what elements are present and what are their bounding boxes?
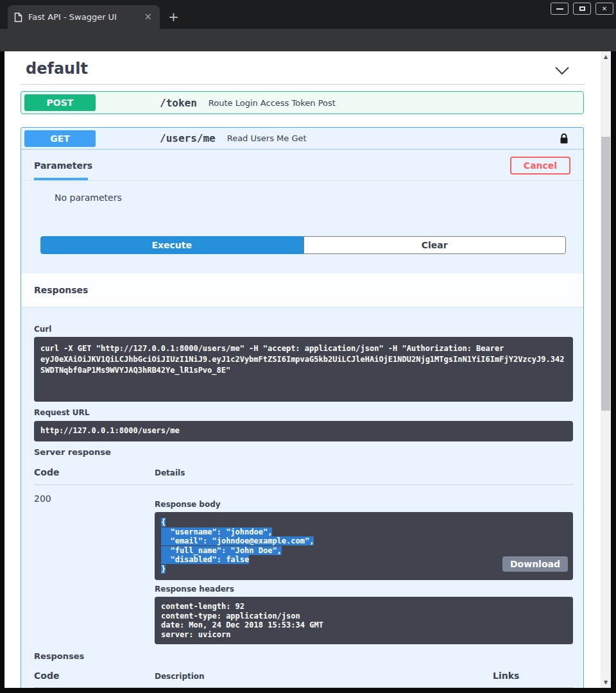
clear-button[interactable]: Clear: [304, 236, 567, 254]
responses-title: Responses: [34, 285, 88, 295]
execute-button[interactable]: Execute: [40, 236, 304, 254]
execute-wrapper: Execute Clear: [40, 236, 566, 254]
description-column-header: Description: [155, 672, 205, 681]
opblock-post-token: POST /token Route Login Access Token Pos…: [21, 91, 584, 114]
tab-title: Fast API - Swagger UI: [28, 12, 142, 22]
endpoint-summary: Route Login Access Token Post: [209, 98, 336, 108]
code-column-header: Code: [34, 467, 59, 477]
window-close-icon[interactable]: ✕: [595, 3, 613, 15]
endpoint-path: /token: [160, 97, 197, 109]
browser-tab[interactable]: Fast API - Swagger UI ×: [8, 5, 160, 29]
response-body-block: { "username": "johndoe", "email": "johnd…: [155, 512, 573, 580]
request-url-label: Request URL: [34, 408, 89, 417]
table-divider: [34, 687, 573, 688]
response-headers-label: Response headers: [155, 585, 234, 594]
scrollbar-thumb[interactable]: [601, 137, 610, 411]
cancel-button[interactable]: Cancel: [510, 157, 570, 175]
tab-parameters[interactable]: Parameters: [34, 150, 92, 180]
browser-toolbar: ← → ↻ 127.0.0.1:8000/docs ☆ ⋮: [0, 29, 616, 51]
links-column-header: Links: [493, 671, 519, 681]
swagger-page: default POST /token Route Login Access T…: [4, 51, 611, 688]
opblock-get-users-me: GET /users/me Read Users Me Get Paramete…: [21, 127, 584, 688]
doc-responses-title: Responses: [34, 651, 84, 661]
page-scrollbar[interactable]: ▲ ▼: [601, 51, 611, 688]
code-column-header: Code: [34, 671, 59, 681]
new-tab-icon[interactable]: +: [168, 9, 179, 24]
download-button[interactable]: Download: [502, 556, 568, 572]
browser-chrome: Fast API - Swagger UI × + ✕ ← → ↻ 127.0.…: [0, 0, 616, 51]
get-users-me-summary[interactable]: GET /users/me Read Users Me Get: [21, 128, 583, 150]
method-badge-post: POST: [24, 94, 96, 111]
table-divider: [34, 484, 573, 485]
status-code: 200: [34, 493, 51, 504]
details-column-header: Details: [155, 468, 185, 477]
curl-command: curl -X GET "http://127.0.0.1:8000/users…: [34, 337, 573, 402]
response-body-label: Response body: [155, 500, 221, 509]
scroll-down-icon[interactable]: ▼: [601, 680, 611, 685]
parameters-tab-header: Parameters Cancel: [21, 150, 583, 181]
section-title: default: [26, 60, 88, 78]
endpoint-summary: Read Users Me Get: [227, 133, 307, 143]
endpoint-path: /users/me: [160, 132, 216, 144]
section-divider: [21, 84, 585, 85]
post-token-summary[interactable]: POST /token Route Login Access Token Pos…: [21, 92, 583, 114]
tab-close-icon[interactable]: ×: [142, 12, 153, 22]
page-icon: [14, 12, 22, 22]
method-badge-get: GET: [24, 130, 96, 147]
responses-section-header: Responses: [21, 273, 583, 307]
window-controls: ✕: [551, 3, 613, 15]
curl-label: Curl: [34, 325, 51, 334]
no-parameters-text: No parameters: [55, 193, 122, 203]
minimize-icon[interactable]: [551, 3, 569, 15]
chevron-down-icon[interactable]: [554, 65, 570, 78]
lock-icon[interactable]: [560, 133, 569, 144]
request-url-value: http://127.0.0.1:8000/users/me: [34, 421, 573, 441]
server-response-label: Server response: [34, 447, 111, 457]
maximize-icon[interactable]: [573, 3, 591, 15]
response-headers-block: content-length: 92content-type: applicat…: [155, 597, 573, 644]
scroll-up-icon[interactable]: ▲: [601, 54, 611, 60]
